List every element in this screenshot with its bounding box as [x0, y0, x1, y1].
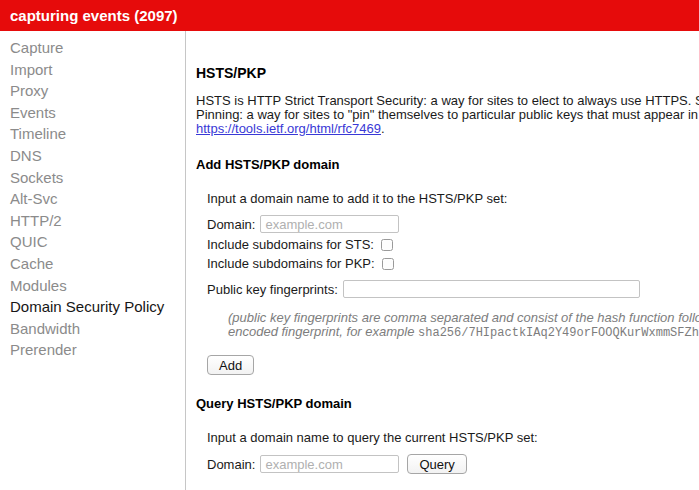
- sidebar-item-cache[interactable]: Cache: [0, 253, 185, 275]
- add-section: Input a domain name to add it to the HST…: [207, 191, 699, 375]
- sts-subdomains-row: Include subdomains for STS:: [207, 237, 699, 252]
- fingerprints-note-line-1: (public key fingerprints are comma separ…: [228, 311, 699, 325]
- sidebar-item-modules[interactable]: Modules: [0, 275, 185, 297]
- query-domain-row: Domain: Query: [207, 454, 699, 474]
- sidebar-item-http2[interactable]: HTTP/2: [0, 210, 185, 232]
- sidebar-item-prerender[interactable]: Prerender: [0, 339, 185, 361]
- fingerprints-input[interactable]: [343, 280, 640, 298]
- sidebar-item-import[interactable]: Import: [0, 59, 185, 81]
- intro-paragraph: HSTS is HTTP Strict Transport Security: …: [196, 94, 699, 136]
- sts-subdomains-label: Include subdomains for STS:: [207, 237, 374, 252]
- sidebar-item-quic[interactable]: QUIC: [0, 231, 185, 253]
- fingerprint-example-code: sha256/7HIpactkIAq2Y49orFOOQKurWxmmSFZhB…: [418, 326, 699, 340]
- pkp-subdomains-row: Include subdomains for PKP:: [207, 256, 699, 271]
- query-domain-input[interactable]: [260, 455, 399, 473]
- sidebar-item-events[interactable]: Events: [0, 102, 185, 124]
- pkp-subdomains-label: Include subdomains for PKP:: [207, 256, 375, 271]
- add-button[interactable]: Add: [207, 355, 254, 375]
- query-instruction: Input a domain name to query the current…: [207, 430, 699, 445]
- query-button[interactable]: Query: [407, 454, 466, 474]
- capture-status-text: capturing events (2097): [10, 7, 178, 24]
- sts-subdomains-checkbox[interactable]: [381, 239, 393, 251]
- fingerprints-label: Public key fingerprints:: [207, 282, 338, 297]
- fingerprints-row: Public key fingerprints:: [207, 280, 699, 298]
- sidebar-list: Capture Import Proxy Events Timeline DNS…: [0, 37, 185, 361]
- fingerprints-note: (public key fingerprints are comma separ…: [228, 311, 699, 340]
- sidebar-item-timeline[interactable]: Timeline: [0, 123, 185, 145]
- page-title: HSTS/PKP: [196, 65, 699, 81]
- sidebar-item-capture[interactable]: Capture: [0, 37, 185, 59]
- sidebar-item-dns[interactable]: DNS: [0, 145, 185, 167]
- pkp-subdomains-checkbox[interactable]: [382, 258, 394, 270]
- query-domain-label: Domain:: [207, 457, 255, 472]
- intro-line-2: Pinning: a way for sites to "pin" themse…: [196, 108, 699, 122]
- sidebar-item-sockets[interactable]: Sockets: [0, 167, 185, 189]
- nav-sidebar: Capture Import Proxy Events Timeline DNS…: [0, 31, 186, 490]
- add-domain-row: Domain:: [207, 215, 699, 233]
- content-panel: HSTS/PKP HSTS is HTTP Strict Transport S…: [186, 31, 699, 490]
- add-domain-input[interactable]: [260, 215, 399, 233]
- page-layout: Capture Import Proxy Events Timeline DNS…: [0, 31, 699, 490]
- fingerprints-note-line-2: encoded fingerprint, for example sha256/…: [228, 325, 699, 340]
- add-section-heading: Add HSTS/PKP domain: [196, 157, 699, 172]
- intro-line-1: HSTS is HTTP Strict Transport Security: …: [196, 94, 699, 108]
- sidebar-item-domain-security-policy[interactable]: Domain Security Policy: [0, 296, 185, 318]
- sidebar-item-proxy[interactable]: Proxy: [0, 80, 185, 102]
- add-domain-label: Domain:: [207, 217, 255, 232]
- query-section-heading: Query HSTS/PKP domain: [196, 396, 699, 411]
- capture-status-bar: capturing events (2097): [0, 0, 699, 31]
- rfc7469-link[interactable]: https://tools.ietf.org/html/rfc7469: [196, 121, 381, 136]
- sidebar-item-alt-svc[interactable]: Alt-Svc: [0, 188, 185, 210]
- intro-line-3: https://tools.ietf.org/html/rfc7469.: [196, 122, 699, 136]
- sidebar-item-bandwidth[interactable]: Bandwidth: [0, 318, 185, 340]
- query-section: Input a domain name to query the current…: [207, 430, 699, 474]
- add-instruction: Input a domain name to add it to the HST…: [207, 191, 699, 206]
